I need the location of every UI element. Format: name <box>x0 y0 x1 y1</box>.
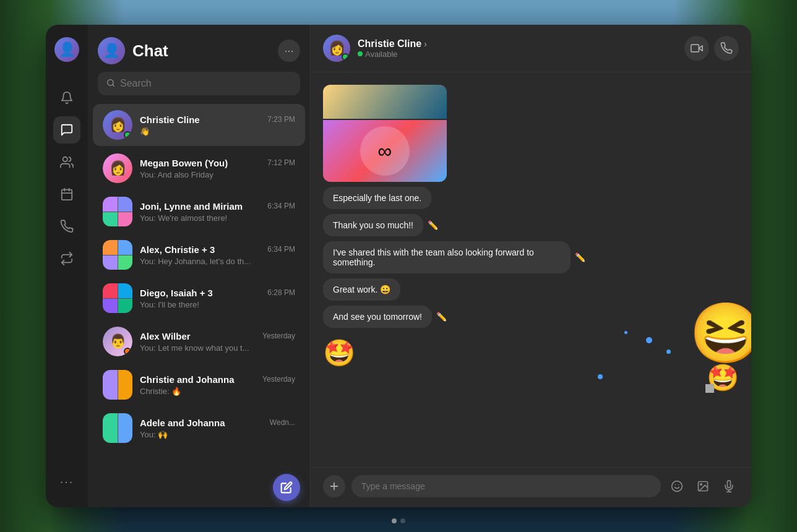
active-contact-name[interactable]: Christie Cline › <box>358 38 677 49</box>
message-input[interactable] <box>351 475 661 497</box>
list-item[interactable]: Alex, Christie + 3 6:34 PM You: Hey Joha… <box>93 234 305 276</box>
chat-title: Chat <box>132 41 270 61</box>
avatar <box>103 370 132 400</box>
more-nav-icon[interactable]: ··· <box>53 468 80 495</box>
contact-name: Megan Bowen (You) <box>140 158 228 168</box>
chat-list-header: 👤 Chat ··· <box>88 25 310 72</box>
avatar: 👩 <box>103 153 132 183</box>
avatar <box>103 197 132 226</box>
message-input-area <box>311 467 751 507</box>
contact-name: Joni, Lynne and Miriam <box>140 201 243 212</box>
message-bubble: Thank you so much!! ✏️ <box>323 214 423 236</box>
message-time: 7:12 PM <box>267 158 295 167</box>
list-item[interactable]: 👩 Megan Bowen (You) 7:12 PM You: And als… <box>93 147 305 189</box>
contact-name: Alex, Christie + 3 <box>140 244 215 255</box>
avatar <box>103 240 132 270</box>
voice-record-button[interactable] <box>719 476 739 496</box>
message-bubble: And see you tomorrow! ✏️ <box>323 306 432 328</box>
more-button[interactable]: ··· <box>278 40 300 62</box>
message-bubble: Great work. 😀 <box>323 278 400 301</box>
page-indicator <box>392 518 405 523</box>
active-contact-avatar: 👩 <box>323 35 350 62</box>
message-time: 6:34 PM <box>267 245 295 254</box>
chat-header: 👩 Christie Cline › Available <box>311 25 751 72</box>
search-icon <box>106 79 115 89</box>
clap-emoji: 🙌 <box>744 261 751 363</box>
message-time: Yesterday <box>262 332 295 340</box>
laugh-emoji: 😆 <box>689 299 751 368</box>
avatar: 👩 <box>103 110 132 140</box>
list-item[interactable]: Joni, Lynne and Miriam 6:34 PM You: We'r… <box>93 191 305 233</box>
image-upload-button[interactable] <box>693 476 713 496</box>
loop-nav-icon[interactable] <box>53 245 80 272</box>
message-image-group: ∞ <box>323 85 447 182</box>
reaction-emoji: 🤩 <box>323 338 355 368</box>
svg-rect-1 <box>62 190 72 200</box>
calendar-nav-icon[interactable] <box>53 181 80 208</box>
message-time: 7:23 PM <box>267 115 295 124</box>
chat-list: 👩 Christie Cline 7:23 PM 👋 👩 <box>88 103 310 470</box>
svg-point-11 <box>672 481 683 492</box>
active-contact-status: Available <box>358 49 677 59</box>
bell-nav-icon[interactable] <box>53 84 80 111</box>
header-avatar: 👤 <box>98 37 125 64</box>
emoji-picker-button[interactable] <box>667 476 687 496</box>
list-item[interactable]: 👩 Christie Cline 7:23 PM 👋 <box>93 104 305 146</box>
list-item[interactable]: 👨 Alex Wilber Yesterday You: Let me know… <box>93 320 305 363</box>
message-preview: You: Let me know what you t... <box>140 343 295 353</box>
avatar <box>103 283 132 313</box>
avatar: 👨 <box>103 327 132 356</box>
list-item[interactable]: Diego, Isaiah + 3 6:28 PM You: I'll be t… <box>93 277 305 319</box>
message-time: 6:34 PM <box>267 202 295 210</box>
message-preview: Christie: 🔥 <box>140 387 295 396</box>
svg-marker-7 <box>699 46 702 51</box>
chat-main: 👩 Christie Cline › Available <box>311 25 751 507</box>
message-preview: You: 🙌 <box>140 430 295 439</box>
contact-name: Alex Wilber <box>140 331 191 341</box>
indicator-dot <box>392 518 397 523</box>
message-bubble: Especially the last one. <box>323 187 431 209</box>
message-preview: You: We're almost there! <box>140 213 295 223</box>
chat-nav-icon[interactable] <box>53 116 80 144</box>
message-preview: You: I'll be there! <box>140 300 295 309</box>
messages-area: ∞ Especially the last one. Thank you so … <box>311 72 751 467</box>
list-item[interactable]: Christie and Johanna Yesterday Christie:… <box>93 364 305 406</box>
svg-rect-8 <box>691 45 699 52</box>
phone-nav-icon[interactable] <box>53 213 80 240</box>
app-container: 👤 <box>46 25 751 507</box>
message-preview: You: And also Friday <box>140 170 295 179</box>
video-call-button[interactable] <box>684 36 709 61</box>
edit-icon[interactable]: ✏️ <box>436 312 447 322</box>
message-time: Wedn... <box>270 418 295 427</box>
contact-name: Diego, Isaiah + 3 <box>140 288 213 298</box>
contact-name: Christie and Johanna <box>140 374 235 385</box>
compose-button[interactable] <box>273 474 300 501</box>
message-bubble: I've shared this with the team also look… <box>323 241 571 273</box>
search-bar[interactable] <box>98 72 300 95</box>
avatar <box>103 413 132 443</box>
message-time: Yesterday <box>262 375 295 384</box>
message-preview: 👋 <box>140 127 295 136</box>
chat-list-panel: 👤 Chat ··· 👩 <box>88 25 311 507</box>
message-preview: You: Hey Johanna, let's do th... <box>140 257 295 266</box>
nav-sidebar: 👤 <box>46 25 88 507</box>
message-time: 6:28 PM <box>267 288 295 297</box>
search-input[interactable] <box>120 78 291 89</box>
user-avatar[interactable]: 👤 <box>54 37 79 62</box>
add-attachment-button[interactable] <box>323 475 345 497</box>
edit-icon[interactable]: ✏️ <box>428 220 438 230</box>
phone-call-button[interactable] <box>714 36 739 61</box>
indicator-dot <box>400 518 405 523</box>
edit-icon[interactable]: ✏️ <box>575 252 585 262</box>
people-nav-icon[interactable] <box>53 148 80 176</box>
chat-list-footer <box>88 470 310 507</box>
chat-header-actions <box>684 36 739 61</box>
contact-name: Adele and Johanna <box>140 418 225 428</box>
list-item[interactable]: Adele and Johanna Wedn... You: 🙌 <box>93 407 305 449</box>
svg-point-15 <box>700 484 702 486</box>
svg-point-0 <box>63 157 67 161</box>
svg-line-6 <box>113 84 114 86</box>
contact-name: Christie Cline <box>140 114 200 125</box>
